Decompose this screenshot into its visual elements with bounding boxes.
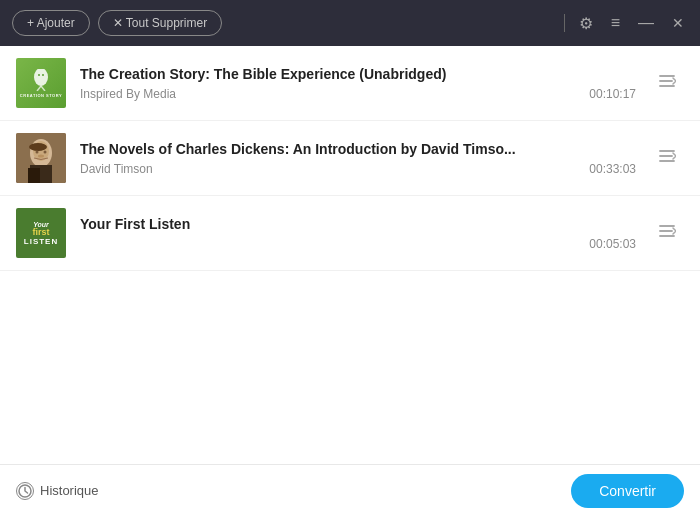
- track-info: The Novels of Charles Dickens: An Introd…: [80, 141, 636, 176]
- svg-point-13: [29, 143, 47, 151]
- track-meta: Inspired By Media 00:10:17: [80, 87, 636, 101]
- track-info: Your First Listen 00:05:03: [80, 216, 636, 251]
- track-item: CREATION STORY The Creation Story: The B…: [0, 46, 700, 121]
- delete-all-button[interactable]: ✕ Tout Supprimer: [98, 10, 223, 36]
- minimize-icon[interactable]: —: [634, 10, 658, 36]
- track-list: CREATION STORY The Creation Story: The B…: [0, 46, 700, 464]
- track-meta: David Timson 00:33:03: [80, 162, 636, 176]
- svg-point-14: [36, 151, 39, 154]
- svg-point-15: [44, 151, 47, 154]
- close-icon[interactable]: ✕: [668, 11, 688, 35]
- convert-button[interactable]: Convertir: [571, 474, 684, 508]
- track-meta: 00:05:03: [80, 237, 636, 251]
- history-icon: [16, 482, 34, 500]
- thumb-listen-text: LISTEN: [24, 237, 58, 246]
- track-duration: 00:05:03: [589, 237, 636, 251]
- track-item: Your first LISTEN Your First Listen 00:0…: [0, 196, 700, 271]
- track-thumbnail: [16, 133, 66, 183]
- track-item: The Novels of Charles Dickens: An Introd…: [0, 121, 700, 196]
- history-label: Historique: [40, 483, 99, 498]
- svg-point-3: [38, 74, 40, 76]
- track-author: Inspired By Media: [80, 87, 176, 101]
- track-author: David Timson: [80, 162, 153, 176]
- settings-icon[interactable]: ⚙: [575, 10, 597, 37]
- add-button[interactable]: + Ajouter: [12, 10, 90, 36]
- track-menu-button[interactable]: [650, 69, 684, 97]
- titlebar: + Ajouter ✕ Tout Supprimer ⚙ ≡ — ✕: [0, 0, 700, 46]
- track-title: Your First Listen: [80, 216, 636, 232]
- svg-line-1: [37, 86, 41, 91]
- track-thumbnail: Your first LISTEN: [16, 208, 66, 258]
- svg-point-0: [34, 69, 48, 86]
- svg-line-2: [41, 86, 45, 91]
- titlebar-buttons: + Ajouter ✕ Tout Supprimer: [12, 10, 564, 36]
- svg-point-4: [42, 74, 44, 76]
- svg-point-16: [38, 155, 44, 158]
- titlebar-divider: [564, 14, 565, 32]
- svg-rect-12: [28, 168, 40, 183]
- thumb-first-text: first: [32, 228, 49, 237]
- track-duration: 00:33:03: [589, 162, 636, 176]
- track-thumbnail: CREATION STORY: [16, 58, 66, 108]
- menu-icon[interactable]: ≡: [607, 10, 624, 36]
- bottombar: Historique Convertir: [0, 464, 700, 516]
- track-menu-button[interactable]: [650, 144, 684, 172]
- track-duration: 00:10:17: [589, 87, 636, 101]
- track-title: The Novels of Charles Dickens: An Introd…: [80, 141, 636, 157]
- track-info: The Creation Story: The Bible Experience…: [80, 66, 636, 101]
- history-button[interactable]: Historique: [16, 482, 99, 500]
- track-menu-button[interactable]: [650, 219, 684, 247]
- titlebar-right: ⚙ ≡ — ✕: [564, 10, 688, 37]
- track-title: The Creation Story: The Bible Experience…: [80, 66, 636, 82]
